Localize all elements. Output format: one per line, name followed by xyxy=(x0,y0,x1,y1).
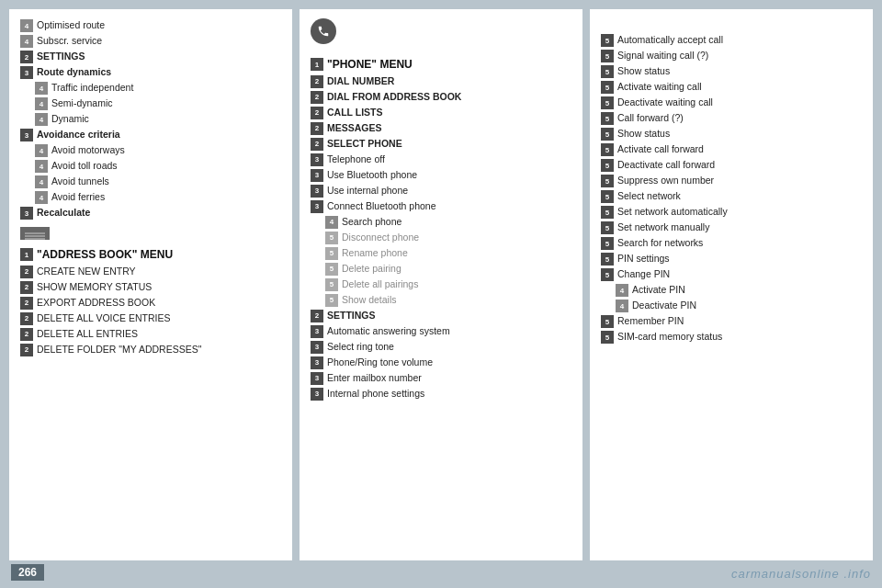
section-header: "ADDRESS BOOK" MENU xyxy=(37,247,173,263)
badge: 5 xyxy=(601,253,614,266)
item-label: Enter mailbox number xyxy=(327,371,422,385)
list-item: 2 EXPORT ADDRESS BOOK xyxy=(20,296,285,310)
badge: 2 xyxy=(20,312,33,325)
badge: 3 xyxy=(311,341,323,354)
item-label: Change PIN xyxy=(617,267,670,281)
item-label: Remember PIN xyxy=(617,314,684,328)
badge: 5 xyxy=(601,268,614,281)
badge: 3 xyxy=(311,388,323,401)
nav-items-section1: 4 Optimised route 4 Subscr. service 2 SE… xyxy=(20,18,285,220)
phone-icon-area xyxy=(311,18,575,51)
badge: 5 xyxy=(601,206,614,219)
item-label: EXPORT ADDRESS BOOK xyxy=(37,296,155,310)
item-label: Internal phone settings xyxy=(327,387,424,401)
badge: 2 xyxy=(311,107,323,119)
list-item: 5 Set network manually xyxy=(601,220,865,234)
list-item: 2 CALL LISTS xyxy=(311,106,575,119)
list-item: 5 Signal waiting call (?) xyxy=(601,49,865,62)
item-label: Semi-dynamic xyxy=(51,96,113,110)
list-item: 4 Subscr. service xyxy=(20,34,285,48)
item-label: Select ring tone xyxy=(327,340,394,354)
item-label: Use Bluetooth phone xyxy=(327,168,417,182)
badge: 3 xyxy=(311,169,323,182)
badge: 4 xyxy=(325,216,338,229)
list-item: 3 Telephone off xyxy=(311,153,575,166)
list-item: 4 Deactivate PIN xyxy=(601,299,865,312)
badge: 5 xyxy=(601,315,614,328)
list-item: 4 Activate PIN xyxy=(601,283,865,297)
badge: 5 xyxy=(601,159,614,172)
item-label: SETTINGS xyxy=(327,309,376,322)
item-label: Show details xyxy=(342,293,397,307)
item-label: Use internal phone xyxy=(327,184,408,198)
item-label: Avoidance criteria xyxy=(37,128,120,141)
badge: 5 xyxy=(601,143,614,156)
item-label: Avoid tunnels xyxy=(51,175,109,188)
list-item: 5 Delete pairing xyxy=(311,262,575,276)
phone-svg xyxy=(317,25,330,38)
list-item: 3 Automatic answering system xyxy=(311,324,575,338)
badge: 5 xyxy=(601,96,614,109)
list-item: 5 Show status xyxy=(601,64,865,78)
list-item: 5 Disconnect phone xyxy=(311,231,575,244)
list-item: 5 Change PIN xyxy=(601,267,865,281)
list-item: 5 Call forward (?) xyxy=(601,111,865,125)
list-item: 3 Recalculate xyxy=(20,206,285,220)
list-item: 2 SHOW MEMORY STATUS xyxy=(20,280,285,294)
list-item: 4 Avoid motorways xyxy=(20,143,285,157)
list-item: 2 SELECT PHONE xyxy=(311,137,575,151)
item-label: SHOW MEMORY STATUS xyxy=(37,280,152,294)
panel-phone-settings: 5 Automatically accept call 5 Signal wai… xyxy=(590,9,873,560)
panel-navigation: 4 Optimised route 4 Subscr. service 2 SE… xyxy=(9,9,292,560)
list-item: 5 Deactivate waiting call xyxy=(601,96,865,109)
item-label: Suppress own number xyxy=(617,174,714,187)
badge: 4 xyxy=(616,284,628,297)
item-label: Avoid toll roads xyxy=(51,159,118,173)
item-label: Search for networks xyxy=(617,236,703,250)
item-label: DIAL NUMBER xyxy=(327,74,394,88)
badge: 4 xyxy=(20,35,33,48)
list-item: 4 Traffic independent xyxy=(20,81,285,95)
list-item: 2 SETTINGS xyxy=(20,50,285,63)
badge: 3 xyxy=(20,129,33,141)
item-label: Set network manually xyxy=(617,220,709,234)
item-label: Set network automatically xyxy=(617,205,728,219)
badge: 3 xyxy=(311,153,323,166)
badge: 5 xyxy=(601,34,614,47)
item-label: Search phone xyxy=(342,215,401,229)
badge: 2 xyxy=(311,75,323,88)
badge: 3 xyxy=(311,325,323,338)
list-item: 3 Enter mailbox number xyxy=(311,371,575,385)
list-item: 3 Use internal phone xyxy=(311,184,575,198)
item-label: Show status xyxy=(617,127,670,141)
item-label: Traffic independent xyxy=(51,81,133,95)
badge: 2 xyxy=(311,122,323,135)
list-item: 2 DELETE FOLDER "MY ADDRESSES" xyxy=(20,343,285,356)
item-label: DELETE ALL VOICE ENTRIES xyxy=(37,311,171,325)
phone-icon xyxy=(311,18,336,44)
list-item: 4 Semi-dynamic xyxy=(20,96,285,110)
badge: 4 xyxy=(35,82,48,95)
list-item: 4 Avoid toll roads xyxy=(20,159,285,173)
item-label: Deactivate call forward xyxy=(617,158,715,172)
badge: 2 xyxy=(20,297,33,310)
list-item: 3 Use Bluetooth phone xyxy=(311,168,575,182)
badge: 5 xyxy=(325,294,338,307)
list-item: 4 Optimised route xyxy=(20,18,285,32)
list-item: 4 Dynamic xyxy=(20,112,285,126)
badge: 1 xyxy=(20,248,33,261)
list-item: 5 Deactivate call forward xyxy=(601,158,865,172)
badge: 5 xyxy=(601,190,614,203)
item-label: Activate waiting call xyxy=(617,80,702,94)
badge: 3 xyxy=(311,185,323,198)
badge: 2 xyxy=(311,138,323,151)
item-label: Route dynamics xyxy=(37,65,111,79)
list-item: 4 Search phone xyxy=(311,215,575,229)
item-label: Disconnect phone xyxy=(342,231,419,244)
list-item: 4 Avoid ferries xyxy=(20,190,285,204)
item-label: Phone/Ring tone volume xyxy=(327,356,433,369)
badge: 4 xyxy=(35,191,48,204)
item-label: Avoid ferries xyxy=(51,190,105,204)
list-item: 5 PIN settings xyxy=(601,252,865,266)
list-item: 2 DELETE ALL ENTRIES xyxy=(20,327,285,341)
